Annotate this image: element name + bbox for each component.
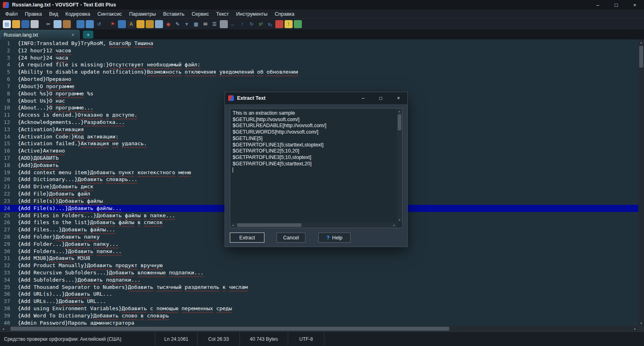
- editor-line[interactable]: 31{Add M3U8}Добавить M3U8: [0, 255, 638, 262]
- line-text: {Add File(s)...}Добавить файлы...: [15, 205, 122, 212]
- scroll-down-icon[interactable]: ▼: [638, 320, 644, 326]
- tab-russian-lang[interactable]: Russian.lang.txt ×: [0, 30, 80, 39]
- scroll-left-icon[interactable]: ◄: [0, 326, 6, 332]
- dialog-close-button[interactable]: ×: [390, 92, 407, 104]
- line-number: 9: [0, 97, 15, 105]
- bookmark-flag-icon[interactable]: ⚑: [109, 20, 117, 28]
- textarea-horizontal-scroll-track[interactable]: [235, 222, 392, 228]
- extract-textarea[interactable]: This is an extraction sample$GETURL[http…: [230, 108, 402, 228]
- textarea-scroll-left-icon[interactable]: ◄: [230, 222, 235, 228]
- arrow-left-icon[interactable]: ←: [229, 20, 237, 28]
- vertical-scroll-thumb[interactable]: [639, 46, 643, 68]
- dialog-minimize-button[interactable]: –: [354, 92, 372, 104]
- email-icon[interactable]: ✉: [201, 20, 209, 28]
- drive-icon[interactable]: [220, 20, 228, 28]
- new-file-icon[interactable]: ▤: [3, 20, 11, 28]
- replace-icon[interactable]: ↺: [95, 20, 103, 28]
- search-icon[interactable]: [86, 20, 94, 28]
- menu-item[interactable]: Справка: [271, 11, 298, 17]
- minimize-button[interactable]: –: [588, 0, 607, 10]
- editor-line[interactable]: 39{Add Word To Dictionary}Добавить слово…: [0, 312, 638, 319]
- editor-line[interactable]: 37{Add URLs...}Добавить URL...: [0, 298, 638, 305]
- line-text: {Add File}Добавить файл: [15, 190, 90, 198]
- textarea-horizontal-scroll-thumb[interactable]: [237, 223, 301, 227]
- editor-line[interactable]: 4{A required file is missing:}Отсутствуе…: [0, 61, 638, 68]
- table-icon[interactable]: ▦: [192, 20, 200, 28]
- editor-line[interactable]: 36{Add URL(s)...}Добавить URL...: [0, 290, 638, 298]
- menu-item[interactable]: Инструменты: [233, 11, 271, 17]
- editor-line[interactable]: 5{Ability to disable update notification…: [0, 68, 638, 76]
- menu-item[interactable]: Файл: [2, 11, 21, 17]
- editor-line[interactable]: 34{Add Subfolders...}Добавить подпапки..…: [0, 276, 638, 284]
- editor-line[interactable]: 38{Add using Environment Variables}Добав…: [0, 305, 638, 312]
- subscript-icon[interactable]: x₂: [266, 20, 274, 28]
- textarea-scroll-up-icon[interactable]: ▲: [397, 109, 402, 114]
- paste-icon[interactable]: [63, 20, 71, 28]
- editor-line[interactable]: 7{About}О программе: [0, 83, 638, 90]
- editor-line[interactable]: 3{24 hour}24 часа: [0, 54, 638, 62]
- menu-item[interactable]: Синтаксис: [94, 11, 126, 17]
- textarea-vertical-scroll-thumb[interactable]: [398, 114, 401, 130]
- sync-icon[interactable]: ↻: [248, 20, 256, 28]
- editor-line[interactable]: 30{Add Folders...}Добавить папки...: [0, 248, 638, 255]
- menu-item[interactable]: Правка: [21, 11, 45, 17]
- cut-icon[interactable]: ✂: [44, 20, 52, 28]
- list-icon[interactable]: ☰: [211, 20, 219, 28]
- menu-item[interactable]: Параметры: [126, 11, 160, 17]
- open-folder-icon[interactable]: [12, 20, 20, 28]
- arrow-up-icon[interactable]: ↑: [238, 20, 246, 28]
- cancel-button[interactable]: Cancel: [277, 233, 305, 243]
- save-icon[interactable]: [21, 20, 29, 28]
- calendar-icon[interactable]: [275, 20, 283, 28]
- scroll-right-icon[interactable]: ►: [632, 326, 638, 332]
- filter-icon[interactable]: ▼: [183, 20, 191, 28]
- color-wheel-icon[interactable]: ◉: [164, 20, 172, 28]
- scroll-up-icon[interactable]: ▲: [638, 39, 644, 45]
- tab-close-icon[interactable]: ×: [70, 32, 76, 38]
- key-icon[interactable]: [146, 20, 154, 28]
- image-icon[interactable]: [294, 20, 302, 28]
- line-number: 11: [0, 111, 15, 119]
- menu-item[interactable]: Вставить: [159, 11, 188, 17]
- pen-icon[interactable]: ✎: [173, 20, 182, 28]
- line-number: 25: [0, 212, 15, 219]
- fullscreen-icon[interactable]: [118, 20, 126, 28]
- font-style-icon[interactable]: A: [127, 20, 135, 28]
- close-button[interactable]: ×: [625, 0, 644, 10]
- menu-item[interactable]: Текст: [213, 11, 232, 17]
- alert-icon[interactable]: !: [285, 20, 293, 28]
- editor-line[interactable]: 33{Add Recursive Subfolders...}Добавить …: [0, 269, 638, 276]
- copy-icon[interactable]: [54, 20, 62, 28]
- line-number: 22: [0, 190, 15, 198]
- menu-item[interactable]: Вид: [45, 11, 62, 17]
- lock-icon[interactable]: [136, 20, 144, 28]
- maximize-button[interactable]: □: [607, 0, 625, 10]
- menu-item[interactable]: Кодировка: [62, 11, 94, 17]
- horizontal-scroll-track[interactable]: [6, 326, 632, 332]
- dialog-titlebar[interactable]: Extract Text – □ ×: [225, 92, 407, 104]
- horizontal-scrollbar[interactable]: ◄ ►: [0, 326, 644, 332]
- new-tab-button[interactable]: +: [83, 31, 93, 39]
- editor-line[interactable]: 35{Add Thousand Separator to Numbers}Доб…: [0, 284, 638, 291]
- editor-line[interactable]: 6{Aborted}Прервано: [0, 76, 638, 83]
- dialog-maximize-button[interactable]: □: [372, 92, 390, 104]
- editor-line[interactable]: 2{12 hour}12 часов: [0, 47, 638, 54]
- window-titlebar[interactable]: Russian.lang.txt - VOVSOFT - Text Edit P…: [0, 0, 644, 10]
- textarea-scroll-down-icon[interactable]: ▼: [397, 217, 402, 222]
- menu-item[interactable]: Сервис: [188, 11, 213, 17]
- help-button[interactable]: ? Help: [318, 233, 351, 243]
- textarea-horizontal-scrollbar[interactable]: ◄ ►: [230, 222, 397, 228]
- textarea-scroll-right-icon[interactable]: ►: [392, 222, 397, 228]
- editor-line[interactable]: 32{Add Product Manually}Добавить продукт…: [0, 262, 638, 269]
- textarea-vertical-scrollbar[interactable]: ▲ ▼: [397, 109, 402, 222]
- extract-button[interactable]: Extract: [230, 233, 264, 243]
- editor-line[interactable]: 1{INFO:Translated By}TryRooM, БлагоЯр Ти…: [0, 40, 638, 47]
- statusbar: Средство проверки орфографии: Английский…: [0, 332, 644, 346]
- vertical-scrollbar[interactable]: ▲ ▼: [638, 39, 644, 326]
- horizontal-scroll-thumb[interactable]: [10, 327, 449, 331]
- editor-line[interactable]: 40{Admin Password}Пароль администратора: [0, 319, 638, 326]
- zoom-icon[interactable]: [76, 20, 85, 28]
- calculator-icon[interactable]: [155, 20, 163, 28]
- superscript-icon[interactable]: x²: [257, 20, 265, 28]
- print-icon[interactable]: [31, 20, 39, 28]
